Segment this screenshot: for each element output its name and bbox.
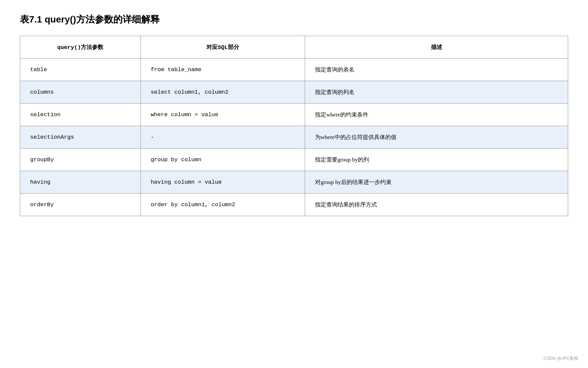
page-title: 表7.1 query()方法参数的详细解释 (20, 13, 568, 26)
cell-desc: 指定where的约束条件 (305, 104, 568, 126)
cell-desc: 指定需要group by的列 (305, 149, 568, 171)
table-row: orderByorder by column1, column2指定查询结果的排… (20, 194, 568, 216)
table-row: columnsselect column1, column2指定查询的列名 (20, 81, 568, 104)
table-row: selectionArgs-为where中的占位符提供具体的值 (20, 126, 568, 149)
cell-sql: - (140, 126, 305, 149)
cell-param: orderBy (20, 194, 141, 216)
table-row: tablefrom table_name指定查询的表名 (20, 59, 568, 81)
cell-param: groupBy (20, 149, 141, 171)
cell-desc: 指定查询结果的排序方式 (305, 194, 568, 216)
cell-param: selectionArgs (20, 126, 141, 149)
query-params-table: query()方法参数 对应SQL部分 描述 tablefrom table_n… (20, 36, 568, 216)
table-row: groupBygroup by column指定需要group by的列 (20, 149, 568, 171)
header-sql: 对应SQL部分 (140, 36, 305, 59)
cell-param: columns (20, 81, 141, 104)
cell-param: table (20, 59, 141, 81)
cell-desc: 指定查询的表名 (305, 59, 568, 81)
cell-sql: select column1, column2 (140, 81, 305, 104)
cell-sql: where column = value (140, 104, 305, 126)
watermark: CSDN @JPC客栈 (544, 355, 578, 361)
header-param: query()方法参数 (20, 36, 141, 59)
cell-sql: group by column (140, 149, 305, 171)
table-header-row: query()方法参数 对应SQL部分 描述 (20, 36, 568, 59)
cell-desc: 对group by后的结果进一步约束 (305, 171, 568, 194)
cell-sql: having column = value (140, 171, 305, 194)
table-row: havinghaving column = value对group by后的结果… (20, 171, 568, 194)
cell-sql: from table_name (140, 59, 305, 81)
cell-desc: 为where中的占位符提供具体的值 (305, 126, 568, 149)
cell-param: selection (20, 104, 141, 126)
cell-param: having (20, 171, 141, 194)
cell-sql: order by column1, column2 (140, 194, 305, 216)
cell-desc: 指定查询的列名 (305, 81, 568, 104)
header-desc: 描述 (305, 36, 568, 59)
table-row: selectionwhere column = value指定where的约束条… (20, 104, 568, 126)
